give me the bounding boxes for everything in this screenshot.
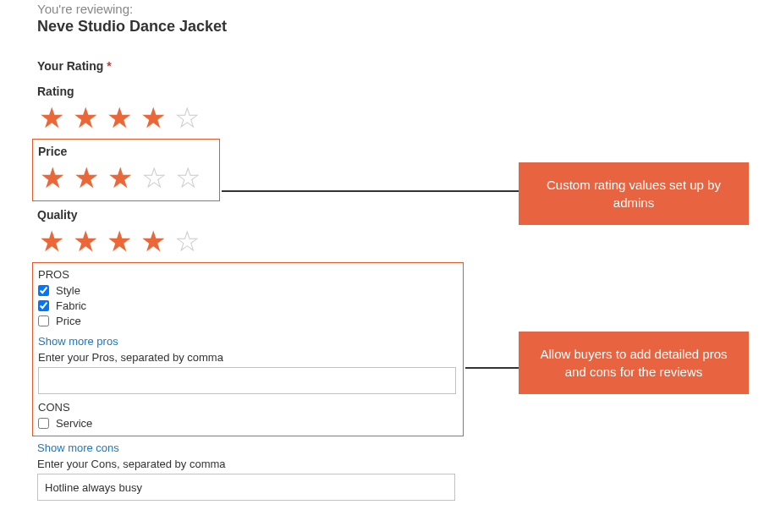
star-icon[interactable]: ☆: [140, 163, 168, 192]
pros-checkbox-price[interactable]: [38, 315, 49, 326]
pros-checkbox-style[interactable]: [38, 285, 49, 296]
cons-heading: CONS: [38, 401, 454, 414]
product-name: Neve Studio Dance Jacket: [37, 18, 775, 36]
star-row-quality: ★ ★ ★ ★ ☆: [37, 227, 775, 255]
star-icon[interactable]: ☆: [173, 163, 202, 192]
star-icon[interactable]: ★: [139, 103, 168, 132]
callout-text: Allow buyers to add detailed pros and co…: [541, 347, 728, 379]
star-icon[interactable]: ☆: [173, 227, 201, 255]
price-rating-highlight: Price ★ ★ ★ ☆ ☆: [32, 139, 220, 201]
star-icon[interactable]: ☆: [173, 103, 201, 132]
star-icon[interactable]: ★: [72, 163, 101, 192]
cons-helper-text: Enter your Cons, separated by comma: [37, 458, 775, 470]
star-icon[interactable]: ★: [38, 163, 67, 192]
pros-item: Price: [38, 315, 454, 327]
cons-item: Service: [38, 417, 454, 430]
callout-rating-values: Custom rating values set up by admins: [519, 162, 749, 225]
cons-item-label: Service: [56, 417, 92, 430]
star-icon[interactable]: ★: [37, 227, 66, 255]
pros-item-label: Fabric: [56, 299, 86, 312]
pros-heading: PROS: [38, 268, 454, 281]
star-icon[interactable]: ★: [105, 227, 134, 255]
star-row-rating: ★ ★ ★ ★ ☆: [37, 103, 775, 132]
pros-item-label: Style: [56, 284, 80, 297]
pros-item: Fabric: [38, 299, 454, 312]
star-icon[interactable]: ★: [37, 103, 66, 132]
star-icon[interactable]: ★: [139, 227, 168, 255]
pros-cons-highlight: PROS Style Fabric Price Show more pros E…: [32, 262, 464, 436]
callout-text: Custom rating values set up by admins: [547, 178, 721, 210]
pros-input[interactable]: [38, 367, 456, 394]
rating-label-rating: Rating: [37, 85, 775, 98]
callout-pros-cons: Allow buyers to add detailed pros and co…: [519, 332, 749, 394]
your-rating-text: Your Rating: [37, 59, 103, 73]
pros-checkbox-fabric[interactable]: [38, 300, 49, 311]
rating-label-price: Price: [38, 145, 211, 158]
star-row-price: ★ ★ ★ ☆ ☆: [38, 163, 211, 192]
show-more-cons-link[interactable]: Show more cons: [37, 442, 119, 454]
cons-checkbox-service[interactable]: [38, 418, 49, 429]
star-icon[interactable]: ★: [71, 103, 100, 132]
your-rating-label: Your Rating *: [37, 59, 775, 73]
review-intro-prefix: You're reviewing:: [37, 2, 775, 16]
show-more-pros-link[interactable]: Show more pros: [38, 335, 118, 348]
cons-input[interactable]: [37, 474, 455, 501]
pros-item-label: Price: [56, 315, 81, 327]
connector-line-proscons: [465, 367, 519, 369]
required-marker: *: [107, 59, 111, 73]
star-icon[interactable]: ★: [105, 103, 134, 132]
star-icon[interactable]: ★: [106, 163, 135, 192]
pros-helper-text: Enter your Pros, separated by comma: [38, 351, 454, 364]
connector-line-ratings: [222, 190, 519, 192]
star-icon[interactable]: ★: [71, 227, 100, 255]
pros-item: Style: [38, 284, 454, 297]
